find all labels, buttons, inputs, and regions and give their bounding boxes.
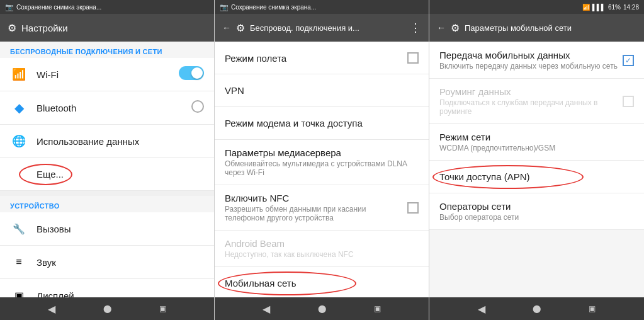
calls-item[interactable]: 🔧 Вызовы (0, 212, 214, 246)
tethering-item[interactable]: Режим модема и точка доступа (215, 107, 429, 140)
home-button-3[interactable]: ⬤ (528, 300, 546, 317)
airplane-checkbox[interactable] (407, 52, 419, 64)
operator-subtitle: Выбор оператора сети (439, 213, 634, 222)
title-bar-2: ← ⚙ Беспровод. подключения и... ⋮ (215, 14, 429, 42)
back-arrow-icon-3[interactable]: ← (437, 23, 446, 33)
wifi-icon: 📶 (10, 66, 28, 83)
status-text-2: Сохранение снимка экрана... (231, 4, 316, 11)
status-text-1: Сохранение снимка экрана... (16, 4, 101, 11)
calls-label: Вызовы (37, 224, 204, 234)
camera-icon-2: 📷 (220, 3, 229, 11)
display-label: Дисплей (37, 290, 204, 298)
sound-icon: ≡ (10, 253, 28, 271)
settings-content-2: Режим полета VPN Режим модема и точка до… (215, 42, 429, 297)
settings-content-3: Передача мобильных данных Включить перед… (429, 42, 644, 297)
airplane-label: Режим полета (225, 53, 407, 64)
settings-icon-2: ⚙ (236, 22, 245, 34)
data-usage-label: Использование данных (37, 136, 204, 147)
screen-settings: 📷 Сохранение снимка экрана... ⚙ Настройк… (0, 0, 215, 320)
home-button-1[interactable]: ⬤ (98, 300, 116, 317)
title-bar-1: ⚙ Настройки (0, 14, 214, 42)
apn-label: Точки доступа (APN) (439, 171, 634, 182)
mobile-network-item[interactable]: Мобильная сеть (215, 267, 429, 297)
mobile-network-label: Мобильная сеть (225, 278, 419, 289)
android-beam-subtitle: Недоступно, так как выключена NFC (225, 250, 419, 259)
roaming-item: Роуминг данных Подключаться к службам пе… (429, 79, 644, 124)
section-header-device: УСТРОЙСТВО (0, 196, 214, 212)
media-server-subtitle: Обменивайтесь мультимедиа с устройствами… (225, 159, 419, 177)
home-button-2[interactable]: ⬤ (313, 300, 330, 317)
recent-button-3[interactable]: ▣ (584, 300, 601, 317)
settings-content-1: БЕСПРОВОДНЫЕ ПОДКЛЮЧЕНИЯ И СЕТИ 📶 Wi-Fi … (0, 42, 214, 297)
roaming-subtitle: Подключаться к службам передачи данных в… (439, 98, 623, 116)
status-bar-3: 📶 ▌▌▌ 61% 14:28 (429, 0, 644, 14)
more-item[interactable]: Еще... (0, 158, 214, 191)
back-button-3[interactable]: ◀ (473, 300, 490, 317)
back-arrow-icon[interactable]: ← (222, 23, 231, 33)
mobile-data-label: Передача мобильных данных (439, 50, 623, 60)
page-title-2: Беспровод. подключения и... (250, 23, 359, 33)
section-header-wireless: БЕСПРОВОДНЫЕ ПОДКЛЮЧЕНИЯ И СЕТИ (0, 42, 214, 58)
globe-icon: 🌐 (10, 132, 28, 150)
back-button-1[interactable]: ◀ (43, 300, 60, 317)
settings-icon-3: ⚙ (451, 22, 460, 34)
status-bar-2: 📷 Сохранение снимка экрана... (215, 0, 429, 14)
roaming-checkbox (623, 96, 634, 107)
operator-label: Операторы сети (439, 201, 634, 212)
vpn-item[interactable]: VPN (215, 74, 429, 107)
wifi-item[interactable]: 📶 Wi-Fi (0, 58, 214, 91)
roaming-label: Роуминг данных (439, 86, 623, 97)
tethering-label: Режим модема и точка доступа (225, 118, 419, 129)
settings-icon: ⚙ (8, 22, 16, 34)
signal-icon: ▌▌▌ (592, 4, 606, 11)
network-mode-subtitle: WCDMA (предпочтительно)/GSM (439, 144, 634, 152)
mobile-data-subtitle: Включить передачу данных через мобильную… (439, 62, 623, 71)
recent-button-1[interactable]: ▣ (154, 300, 171, 317)
nfc-subtitle: Разрешить обмен данными при касании теле… (225, 205, 407, 222)
page-title-1: Настройки (21, 23, 68, 33)
more-label: Еще... (37, 169, 204, 180)
camera-icon: 📷 (5, 3, 14, 11)
network-mode-item[interactable]: Режим сети WCDMA (предпочтительно)/GSM (429, 124, 644, 161)
network-mode-label: Режим сети (439, 132, 634, 142)
recent-button-2[interactable]: ▣ (368, 300, 386, 317)
more-icon[interactable]: ⋮ (410, 21, 421, 35)
divider-1 (0, 191, 214, 196)
page-title-3: Параметры мобильной сети (465, 23, 572, 33)
data-usage-item[interactable]: 🌐 Использование данных (0, 125, 214, 158)
nfc-label: Включить NFC (225, 193, 407, 203)
media-server-label: Параметры медиасервера (225, 147, 419, 158)
vpn-label: VPN (225, 85, 419, 96)
nav-bar-1: ◀ ⬤ ▣ (0, 297, 214, 320)
title-bar-3: ← ⚙ Параметры мобильной сети (429, 14, 644, 42)
back-button-2[interactable]: ◀ (257, 300, 275, 317)
status-bar-1: 📷 Сохранение снимка экрана... (0, 0, 214, 14)
bluetooth-item[interactable]: ◆ Bluetooth (0, 91, 214, 125)
battery-text: 61% (608, 4, 621, 11)
media-server-item[interactable]: Параметры медиасервера Обменивайтесь мул… (215, 140, 429, 185)
airplane-item[interactable]: Режим полета (215, 42, 429, 74)
bluetooth-label: Bluetooth (37, 103, 191, 113)
screen-wireless: 📷 Сохранение снимка экрана... ← ⚙ Беспро… (215, 0, 429, 320)
wifi-toggle[interactable] (179, 66, 204, 83)
apn-item[interactable]: Точки доступа (APN) (429, 161, 644, 193)
time-text: 14:28 (623, 4, 639, 11)
wifi-label: Wi-Fi (37, 69, 179, 80)
wifi-status-icon: 📶 (582, 4, 590, 11)
nfc-item[interactable]: Включить NFC Разрешить обмен данными при… (215, 185, 429, 231)
android-beam-item: Android Beam Недоступно, так как выключе… (215, 231, 429, 267)
operator-item[interactable]: Операторы сети Выбор оператора сети (429, 193, 644, 230)
sound-item[interactable]: ≡ Звук (0, 246, 214, 279)
nav-bar-3: ◀ ⬤ ▣ (429, 297, 644, 320)
mobile-data-checkbox[interactable]: ✓ (623, 55, 634, 66)
nav-bar-2: ◀ ⬤ ▣ (215, 297, 429, 320)
calls-icon: 🔧 (10, 220, 28, 237)
sound-label: Звук (37, 257, 204, 268)
android-beam-label: Android Beam (225, 238, 419, 249)
nfc-checkbox[interactable] (407, 202, 419, 214)
screen-mobile-settings: 📶 ▌▌▌ 61% 14:28 ← ⚙ Параметры мобильной … (429, 0, 644, 320)
display-icon: ▣ (10, 287, 28, 297)
display-item[interactable]: ▣ Дисплей (0, 279, 214, 297)
mobile-data-item[interactable]: Передача мобильных данных Включить перед… (429, 42, 644, 79)
bluetooth-toggle[interactable] (191, 100, 204, 115)
